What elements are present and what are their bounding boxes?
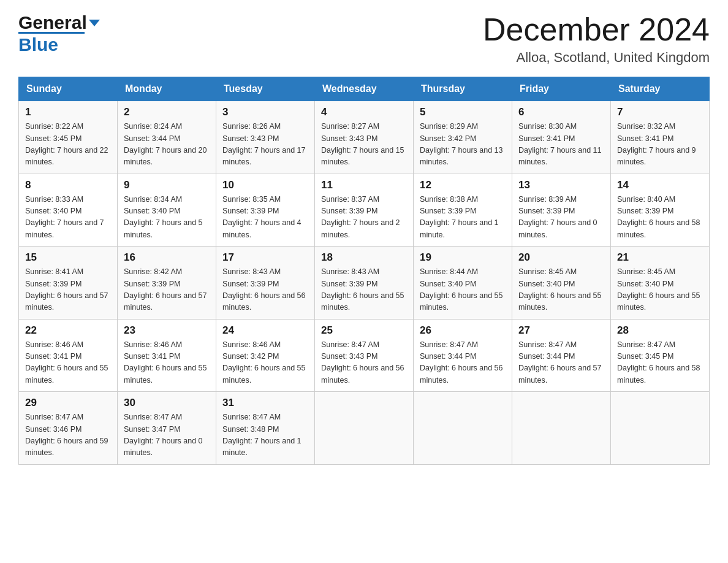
calendar-header: Sunday Monday Tuesday Wednesday Thursday… <box>19 77 710 101</box>
day-info: Sunrise: 8:40 AMSunset: 3:39 PMDaylight:… <box>617 194 703 242</box>
table-row: 25Sunrise: 8:47 AMSunset: 3:43 PMDayligh… <box>315 319 414 392</box>
table-row: 17Sunrise: 8:43 AMSunset: 3:39 PMDayligh… <box>216 247 315 320</box>
day-info: Sunrise: 8:46 AMSunset: 3:41 PMDaylight:… <box>25 339 111 387</box>
day-number: 22 <box>25 324 111 337</box>
day-number: 7 <box>617 106 703 118</box>
table-row: 11Sunrise: 8:37 AMSunset: 3:39 PMDayligh… <box>315 174 414 247</box>
day-info: Sunrise: 8:45 AMSunset: 3:40 PMDaylight:… <box>518 266 604 314</box>
day-number: 24 <box>222 324 308 337</box>
day-info: Sunrise: 8:45 AMSunset: 3:40 PMDaylight:… <box>617 266 703 314</box>
table-row: 10Sunrise: 8:35 AMSunset: 3:39 PMDayligh… <box>216 174 315 247</box>
day-number: 23 <box>124 324 210 337</box>
day-number: 11 <box>321 179 407 191</box>
day-number: 19 <box>420 251 506 264</box>
page-header: General Blue December 2024 Alloa, Scotla… <box>18 12 710 66</box>
table-row: 6Sunrise: 8:30 AMSunset: 3:41 PMDaylight… <box>512 101 611 174</box>
day-number: 8 <box>25 179 111 191</box>
table-row: 26Sunrise: 8:47 AMSunset: 3:44 PMDayligh… <box>414 319 512 392</box>
day-info: Sunrise: 8:27 AMSunset: 3:43 PMDaylight:… <box>321 121 407 169</box>
day-number: 4 <box>321 106 407 118</box>
calendar-week-row: 15Sunrise: 8:41 AMSunset: 3:39 PMDayligh… <box>19 247 710 320</box>
day-number: 15 <box>25 251 111 264</box>
table-row: 14Sunrise: 8:40 AMSunset: 3:39 PMDayligh… <box>611 174 710 247</box>
day-number: 21 <box>617 251 703 264</box>
table-row: 3Sunrise: 8:26 AMSunset: 3:43 PMDaylight… <box>216 101 315 174</box>
location-title: Alloa, Scotland, United Kingdom <box>483 50 710 66</box>
table-row: 9Sunrise: 8:34 AMSunset: 3:40 PMDaylight… <box>118 174 216 247</box>
day-info: Sunrise: 8:47 AMSunset: 3:45 PMDaylight:… <box>617 339 703 387</box>
day-info: Sunrise: 8:46 AMSunset: 3:41 PMDaylight:… <box>124 339 210 387</box>
table-row: 30Sunrise: 8:47 AMSunset: 3:47 PMDayligh… <box>118 392 216 465</box>
day-number: 5 <box>420 106 506 118</box>
table-row <box>414 392 512 465</box>
day-number: 2 <box>124 106 210 118</box>
col-thursday: Thursday <box>414 77 512 101</box>
day-number: 6 <box>518 106 604 118</box>
day-info: Sunrise: 8:24 AMSunset: 3:44 PMDaylight:… <box>124 121 210 169</box>
day-info: Sunrise: 8:34 AMSunset: 3:40 PMDaylight:… <box>124 194 210 242</box>
logo: General Blue <box>18 12 100 55</box>
logo-arrow-icon <box>89 20 100 26</box>
header-row: Sunday Monday Tuesday Wednesday Thursday… <box>19 77 710 101</box>
calendar-week-row: 8Sunrise: 8:33 AMSunset: 3:40 PMDaylight… <box>19 174 710 247</box>
table-row <box>512 392 611 465</box>
col-sunday: Sunday <box>19 77 118 101</box>
calendar-table: Sunday Monday Tuesday Wednesday Thursday… <box>18 77 710 465</box>
day-info: Sunrise: 8:47 AMSunset: 3:43 PMDaylight:… <box>321 339 407 387</box>
table-row: 1Sunrise: 8:22 AMSunset: 3:45 PMDaylight… <box>19 101 118 174</box>
day-number: 12 <box>420 179 506 191</box>
calendar-body: 1Sunrise: 8:22 AMSunset: 3:45 PMDaylight… <box>19 101 710 465</box>
day-number: 18 <box>321 251 407 264</box>
day-info: Sunrise: 8:33 AMSunset: 3:40 PMDaylight:… <box>25 194 111 242</box>
table-row: 31Sunrise: 8:47 AMSunset: 3:48 PMDayligh… <box>216 392 315 465</box>
table-row: 18Sunrise: 8:43 AMSunset: 3:39 PMDayligh… <box>315 247 414 320</box>
col-wednesday: Wednesday <box>315 77 414 101</box>
day-info: Sunrise: 8:47 AMSunset: 3:44 PMDaylight:… <box>420 339 506 387</box>
day-number: 9 <box>124 179 210 191</box>
day-number: 16 <box>124 251 210 264</box>
col-tuesday: Tuesday <box>216 77 315 101</box>
calendar-week-row: 22Sunrise: 8:46 AMSunset: 3:41 PMDayligh… <box>19 319 710 392</box>
day-number: 27 <box>518 324 604 337</box>
logo-general-text: General <box>18 12 87 33</box>
table-row: 8Sunrise: 8:33 AMSunset: 3:40 PMDaylight… <box>19 174 118 247</box>
table-row: 19Sunrise: 8:44 AMSunset: 3:40 PMDayligh… <box>414 247 512 320</box>
day-number: 26 <box>420 324 506 337</box>
title-area: December 2024 Alloa, Scotland, United Ki… <box>483 12 710 66</box>
day-number: 10 <box>222 179 308 191</box>
day-info: Sunrise: 8:43 AMSunset: 3:39 PMDaylight:… <box>321 266 407 314</box>
day-info: Sunrise: 8:37 AMSunset: 3:39 PMDaylight:… <box>321 194 407 242</box>
day-info: Sunrise: 8:35 AMSunset: 3:39 PMDaylight:… <box>222 194 308 242</box>
day-number: 31 <box>222 397 308 409</box>
table-row: 29Sunrise: 8:47 AMSunset: 3:46 PMDayligh… <box>19 392 118 465</box>
day-info: Sunrise: 8:47 AMSunset: 3:47 PMDaylight:… <box>124 412 210 459</box>
day-number: 28 <box>617 324 703 337</box>
table-row: 23Sunrise: 8:46 AMSunset: 3:41 PMDayligh… <box>118 319 216 392</box>
day-info: Sunrise: 8:38 AMSunset: 3:39 PMDaylight:… <box>420 194 506 242</box>
table-row: 21Sunrise: 8:45 AMSunset: 3:40 PMDayligh… <box>611 247 710 320</box>
table-row: 22Sunrise: 8:46 AMSunset: 3:41 PMDayligh… <box>19 319 118 392</box>
day-number: 3 <box>222 106 308 118</box>
day-info: Sunrise: 8:47 AMSunset: 3:48 PMDaylight:… <box>222 412 308 459</box>
table-row: 2Sunrise: 8:24 AMSunset: 3:44 PMDaylight… <box>118 101 216 174</box>
day-info: Sunrise: 8:47 AMSunset: 3:46 PMDaylight:… <box>25 412 111 459</box>
logo-underline <box>18 32 85 34</box>
day-number: 1 <box>25 106 111 118</box>
day-info: Sunrise: 8:42 AMSunset: 3:39 PMDaylight:… <box>124 266 210 314</box>
day-info: Sunrise: 8:39 AMSunset: 3:39 PMDaylight:… <box>518 194 604 242</box>
day-info: Sunrise: 8:22 AMSunset: 3:45 PMDaylight:… <box>25 121 111 169</box>
day-number: 13 <box>518 179 604 191</box>
table-row: 4Sunrise: 8:27 AMSunset: 3:43 PMDaylight… <box>315 101 414 174</box>
day-number: 14 <box>617 179 703 191</box>
day-info: Sunrise: 8:26 AMSunset: 3:43 PMDaylight:… <box>222 121 308 169</box>
table-row <box>611 392 710 465</box>
day-number: 20 <box>518 251 604 264</box>
table-row: 12Sunrise: 8:38 AMSunset: 3:39 PMDayligh… <box>414 174 512 247</box>
calendar-week-row: 1Sunrise: 8:22 AMSunset: 3:45 PMDaylight… <box>19 101 710 174</box>
table-row: 5Sunrise: 8:29 AMSunset: 3:42 PMDaylight… <box>414 101 512 174</box>
day-info: Sunrise: 8:41 AMSunset: 3:39 PMDaylight:… <box>25 266 111 314</box>
month-title: December 2024 <box>483 12 710 47</box>
day-number: 29 <box>25 397 111 409</box>
table-row: 27Sunrise: 8:47 AMSunset: 3:44 PMDayligh… <box>512 319 611 392</box>
day-info: Sunrise: 8:46 AMSunset: 3:42 PMDaylight:… <box>222 339 308 387</box>
